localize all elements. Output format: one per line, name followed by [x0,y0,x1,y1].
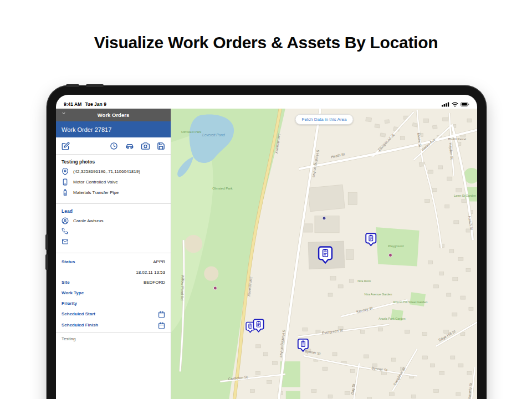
work-order-panel: Work Orders Work Order 27817 [56,109,171,399]
field-work-type[interactable]: Work Type [62,288,165,298]
save-icon[interactable] [157,142,165,150]
mobile-device-icon [62,178,69,186]
map-label: Olmsted Park [212,187,233,190]
person-icon [62,217,69,224]
field-status-date: 18.02.11 13:53 [62,267,165,277]
envelope-icon [62,238,69,245]
lead-name: Carole Awiszus [73,218,104,223]
work-order-fields: Status APPR 18.02.11 13:53 Site BEDFORD [56,253,171,332]
asset-row-2[interactable]: Materials Transfer Pipe [62,188,165,196]
lead-email-row[interactable] [62,238,165,245]
wifi-icon [452,102,458,107]
lead-person-row[interactable]: Carole Awiszus [62,217,165,224]
map-label: Leverett Pond [202,133,225,137]
tablet-power-button [66,84,79,87]
description-note: Testing [56,332,171,345]
field-priority[interactable]: Priority [62,298,165,309]
phone-icon [62,228,68,234]
work-orders-title: Work Orders [56,112,171,118]
tablet-volume-up-button [45,234,48,250]
tablet-volume-down-button [45,254,48,270]
clock-icon[interactable] [110,142,118,150]
calendar-icon[interactable] [158,311,165,318]
photos-heading: Testing photos [62,159,165,165]
work-order-number: Work Order 27817 [62,126,111,133]
status-bar: 9:41 AM Tue Jan 9 [56,95,477,109]
asset-row-1[interactable]: Motor Controlled Valve [62,178,165,186]
site-value: BEDFORD [144,279,165,285]
tablet-top-button [86,84,104,87]
map-label: BNAN Parcel [448,137,466,140]
field-scheduled-finish[interactable]: Scheduled Finish [62,320,165,331]
field-scheduled-start[interactable]: Scheduled Start [62,309,165,320]
status-date: Tue Jan 9 [85,101,106,107]
map-label: Round Hill Street Garden [393,300,427,304]
work-order-header[interactable]: Work Order 27817 [56,121,171,137]
coordinates-value: (42,3258696196,-71,1106041819) [73,169,140,174]
page-title: Visualize Work Orders & Assets By Locati… [0,33,532,52]
location-pin-icon [62,168,69,175]
asset-name-2: Materials Transfer Pipe [73,190,119,195]
photos-section: Testing photos (42,3258696196,-71,110604… [56,155,171,203]
map-label: Olmsted Park [181,130,202,134]
status-datetime: 18.02.11 13:53 [136,269,165,275]
field-site[interactable]: Site BEDFORD [62,277,165,288]
tablet-frame: 9:41 AM Tue Jan 9 [47,86,486,399]
cellular-signal-icon [442,102,449,107]
map-label: Nira Rock [357,279,371,283]
map-canvas: Olmsted Park Leverett Pond Olmsted Park … [171,109,477,399]
app-content: Work Orders Work Order 27817 [56,109,477,399]
battery-icon [62,189,69,196]
map-label: Lawn St Garden [454,194,476,197]
map-label: Nira Avenue Garden [364,293,392,296]
vehicle-icon[interactable] [125,142,134,150]
lead-section: Lead Carole Awiszus [56,204,171,253]
fetch-data-button[interactable]: Fetch Data in this Area [295,114,354,125]
work-orders-nav-header[interactable]: Work Orders [56,109,171,121]
asset-name: Motor Controlled Valve [73,180,118,185]
map-view[interactable]: Olmsted Park Leverett Pond Olmsted Park … [171,109,477,399]
lead-phone-row[interactable] [62,227,165,235]
calendar-icon[interactable] [158,322,165,329]
work-order-toolbar [56,137,171,155]
chevron-down-icon[interactable] [61,111,66,115]
tablet-screen: 9:41 AM Tue Jan 9 [56,95,477,399]
page: Visualize Work Orders & Assets By Locati… [0,0,532,399]
edit-note-icon[interactable] [62,142,70,150]
location-row[interactable]: (42,3258696196,-71,1106041819) [62,167,165,175]
camera-icon[interactable] [141,142,150,150]
battery-status-icon [461,102,469,107]
status-time: 9:41 AM [64,101,81,107]
lead-heading: Lead [62,208,165,214]
map-label: Playground [388,244,404,248]
map-label: Arcola Park Garden [378,317,405,320]
field-status[interactable]: Status APPR [62,257,165,267]
status-value: APPR [153,259,165,265]
